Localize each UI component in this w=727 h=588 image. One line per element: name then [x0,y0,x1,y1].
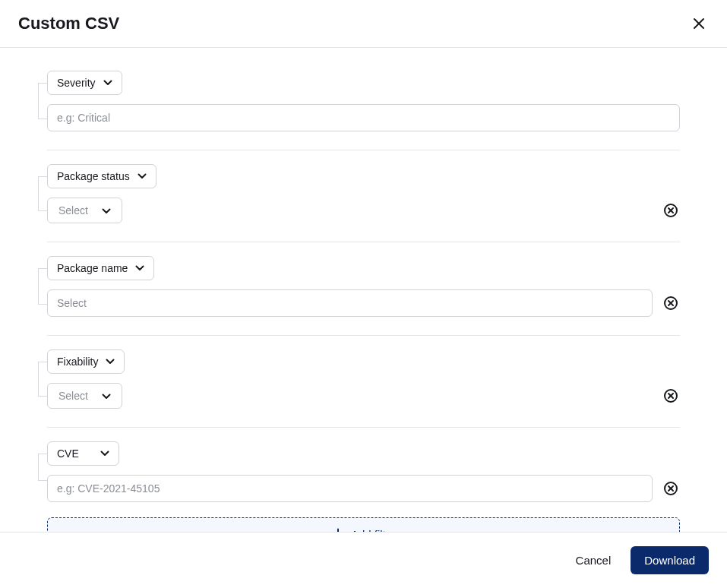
filter-row: Package status Select [47,164,680,242]
filter-field-select-package-status[interactable]: Package status [47,164,156,188]
filter-field-label: Package name [57,262,128,274]
filter-field-label: Severity [57,77,96,89]
custom-csv-modal: Custom CSV Severity [0,0,727,588]
connector-line [38,362,47,397]
chevron-down-icon [135,265,144,271]
remove-circle-icon [663,481,678,496]
remove-filter-button[interactable] [662,294,680,312]
chevron-down-icon [102,204,111,217]
filter-field-label: CVE [57,447,79,460]
filter-value-input-package-name[interactable] [47,289,653,317]
filter-row: Severity [47,71,680,150]
download-button[interactable]: Download [631,546,709,574]
connector-line [38,454,47,481]
chevron-down-icon [103,80,112,86]
connector-line [38,268,47,305]
filter-field-select-fixability[interactable]: Fixability [47,349,125,374]
close-button[interactable] [689,14,709,33]
remove-circle-icon [663,388,678,403]
cancel-button[interactable]: Cancel [573,548,615,573]
remove-circle-icon [663,296,678,311]
modal-footer: Cancel Download [0,532,727,588]
modal-title: Custom CSV [18,14,119,33]
chevron-down-icon [102,390,111,402]
add-filter-button[interactable]: Add filter [47,517,680,532]
filter-row: Package name [47,256,680,336]
filter-field-select-package-name[interactable]: Package name [47,256,154,280]
chevron-down-icon [137,173,147,179]
filter-value-input-cve[interactable] [47,475,653,502]
filter-value-label: Select [58,390,88,402]
filter-value-input-severity[interactable] [47,104,680,131]
filter-field-label: Fixability [57,356,98,368]
remove-filter-button[interactable] [662,479,680,498]
filter-field-select-cve[interactable]: CVE [47,441,119,466]
filter-row: Fixability Select [47,349,680,428]
remove-filter-button[interactable] [662,387,680,405]
filter-field-select-severity[interactable]: Severity [47,71,122,95]
filter-value-label: Select [58,204,88,217]
filter-row: CVE [47,441,680,511]
connector-line [38,83,47,119]
remove-filter-button[interactable] [662,201,680,220]
chevron-down-icon [106,359,115,365]
chevron-down-icon [100,450,109,457]
modal-header: Custom CSV [0,0,727,48]
filter-field-label: Package status [57,170,130,182]
filter-value-select-fixability[interactable]: Select [47,383,122,409]
close-icon [692,17,706,30]
remove-circle-icon [663,203,678,218]
modal-body: Severity Package status [0,48,727,532]
filter-value-select-package-status[interactable]: Select [47,198,122,223]
connector-line [38,176,47,211]
